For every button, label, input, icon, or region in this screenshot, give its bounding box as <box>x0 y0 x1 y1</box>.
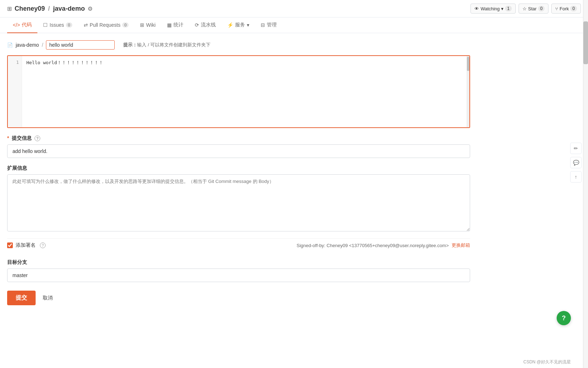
tab-wiki-label: Wiki <box>146 22 155 28</box>
tab-pipeline[interactable]: ⟳ 流水线 <box>189 17 222 33</box>
manage-icon: ⊟ <box>261 22 265 28</box>
action-row: 提交 取消 <box>7 291 470 305</box>
tab-manage[interactable]: ⊟ 管理 <box>255 17 282 33</box>
star-label: Star <box>528 6 537 11</box>
tab-stats-label: 统计 <box>173 22 183 28</box>
eye-icon: 👁 <box>474 6 479 11</box>
breadcrumb-sep: / <box>42 42 43 48</box>
tab-pr-label: Pull Requests <box>90 22 120 28</box>
right-sidebar: ✏ 💬 ↑ <box>570 143 582 183</box>
repo-full-name: Cheney09 / java-demo <box>15 5 85 12</box>
tab-issues[interactable]: ☐ Issues 0 <box>37 18 78 33</box>
hint-text: 提示：输入 / 可以将文件创建到新文件夹下 <box>123 42 210 48</box>
repo-breadcrumb-link[interactable]: java-demo <box>16 42 39 48</box>
submit-button[interactable]: 提交 <box>7 291 36 305</box>
cancel-button[interactable]: 取消 <box>41 291 54 305</box>
watching-dropdown-icon: ▾ <box>501 6 504 11</box>
star-icon: ☆ <box>522 6 527 11</box>
hint-label: 提示： <box>123 42 137 47</box>
watching-count: 1 <box>505 6 512 11</box>
signoff-row: 添加署名 ? Signed-off-by: Cheney09 <13770565… <box>7 238 470 252</box>
issues-badge: 0 <box>66 22 72 27</box>
edit-sidebar-icon[interactable]: ✏ <box>570 143 582 154</box>
owner-link[interactable]: Cheney09 <box>15 5 45 12</box>
file-path-icon: 📄 <box>7 42 13 48</box>
star-button[interactable]: ☆ Star 0 <box>519 4 549 14</box>
pr-icon: ⇄ <box>84 22 88 28</box>
tab-pull-requests[interactable]: ⇄ Pull Requests 0 <box>78 18 135 33</box>
repo-title-section: ⊞ Cheney09 / java-demo ⚙ <box>7 5 93 12</box>
editor-scrollbar-thumb <box>467 57 469 71</box>
file-path-row: 📄 java-demo / 提示：输入 / 可以将文件创建到新文件夹下 <box>7 40 470 50</box>
tab-pipeline-label: 流水线 <box>201 22 216 28</box>
filename-input[interactable] <box>46 40 115 50</box>
extended-info-textarea[interactable] <box>7 174 470 231</box>
signoff-left: 添加署名 ? <box>7 242 46 249</box>
scroll-up-sidebar-icon[interactable]: ↑ <box>570 171 582 183</box>
tab-issues-label: Issues <box>50 22 64 28</box>
commit-message-input[interactable] <box>7 144 470 158</box>
tab-stats[interactable]: ▦ 统计 <box>161 17 189 33</box>
commit-info-text: 提交信息 <box>12 135 32 141</box>
signoff-right: Signed-off-by: Cheney09 <13770565+cheney… <box>297 242 470 249</box>
tab-code[interactable]: </> 代码 <box>7 17 37 33</box>
page-header: ⊞ Cheney09 / java-demo ⚙ 👁 Watching ▾ 1 … <box>0 0 588 17</box>
branch-input[interactable] <box>7 269 470 282</box>
star-count: 0 <box>538 6 545 11</box>
fork-label: Fork <box>560 6 569 11</box>
watching-label: Watching <box>480 6 500 11</box>
help-float-button[interactable]: ? <box>557 311 571 312</box>
nav-tabs: </> 代码 ☐ Issues 0 ⇄ Pull Requests 0 ⊞ Wi… <box>0 17 588 33</box>
code-editor[interactable]: 1 Hello world！！！！！！！！！！ <box>8 56 469 127</box>
code-content[interactable]: Hello world！！！！！！！！！！ <box>22 56 467 127</box>
settings-icon[interactable]: ⚙ <box>88 5 93 12</box>
pipeline-icon: ⟳ <box>195 22 199 28</box>
repo-type-icon: ⊞ <box>7 5 12 12</box>
repo-name[interactable]: java-demo <box>53 5 85 12</box>
target-branch-section: 目标分支 <box>7 259 470 291</box>
header-actions: 👁 Watching ▾ 1 ☆ Star 0 ⑂ Fork 0 <box>470 4 581 14</box>
stats-icon: ▦ <box>167 22 172 28</box>
service-icon: ⚡ <box>227 22 233 28</box>
watching-button[interactable]: 👁 Watching ▾ 1 <box>470 4 515 14</box>
service-dropdown-icon: ▾ <box>247 22 249 28</box>
commit-info-section: * 提交信息 ? <box>7 135 470 165</box>
extended-info-label: 扩展信息 <box>7 165 470 172</box>
commit-info-help-icon[interactable]: ? <box>35 136 40 141</box>
signoff-label: 添加署名 <box>16 242 36 249</box>
issues-icon: ☐ <box>43 22 48 28</box>
page-scrollbar-thumb <box>583 21 588 64</box>
change-email-link[interactable]: 更换邮箱 <box>452 242 470 249</box>
main-content: 📄 java-demo / 提示：输入 / 可以将文件创建到新文件夹下 1 He… <box>0 33 477 312</box>
line-numbers: 1 <box>8 56 22 127</box>
code-icon: </> <box>13 22 20 28</box>
target-branch-label: 目标分支 <box>7 259 470 266</box>
title-slash: / <box>48 5 50 12</box>
tab-wiki[interactable]: ⊞ Wiki <box>134 18 161 33</box>
page-scrollbar[interactable] <box>583 0 588 312</box>
signoff-help-icon[interactable]: ? <box>40 242 46 248</box>
code-editor-wrapper: 1 Hello world！！！！！！！！！！ <box>7 55 470 128</box>
tab-service[interactable]: ⚡ 服务 ▾ <box>222 17 255 33</box>
commit-info-label: * 提交信息 ? <box>7 135 470 142</box>
extended-info-section: 扩展信息 <box>7 165 470 238</box>
tab-service-label: 服务 <box>235 22 245 28</box>
editor-scrollbar[interactable] <box>467 56 469 127</box>
required-star: * <box>7 135 9 141</box>
tab-code-label: 代码 <box>22 22 32 28</box>
pr-badge: 0 <box>122 22 129 27</box>
comment-sidebar-icon[interactable]: 💬 <box>570 157 582 168</box>
line-number-1: 1 <box>11 60 19 65</box>
signoff-checkbox[interactable] <box>7 242 13 248</box>
wiki-icon: ⊞ <box>140 22 144 28</box>
fork-icon: ⑂ <box>555 6 558 11</box>
fork-button[interactable]: ⑂ Fork 0 <box>551 4 581 14</box>
fork-count: 0 <box>570 6 577 11</box>
tab-manage-label: 管理 <box>267 22 277 28</box>
signed-off-text: Signed-off-by: Cheney09 <13770565+cheney… <box>297 243 449 248</box>
